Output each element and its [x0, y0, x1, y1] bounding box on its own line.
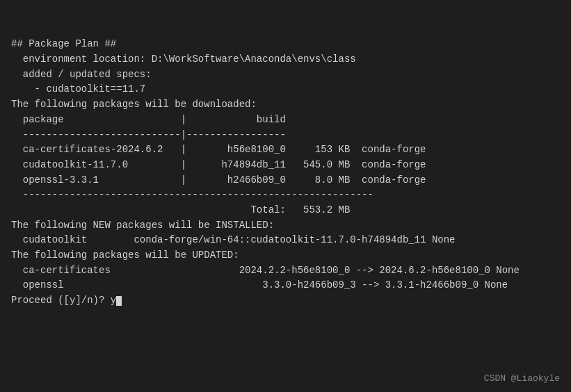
terminal-cursor [116, 296, 122, 306]
terminal-line: environment location: D:\WorkSoftware\An… [11, 52, 560, 67]
terminal-line: ## Package Plan ## [11, 37, 560, 52]
terminal-line: The following packages will be downloade… [11, 97, 560, 113]
terminal-line: The following NEW packages will be INSTA… [11, 218, 560, 234]
terminal-line: - cudatoolkit==11.7 [11, 82, 560, 97]
terminal-line: added / updated specs: [11, 67, 560, 83]
terminal-line: ---------------------------|------------… [11, 128, 560, 143]
terminal-line: ca-certificates-2024.6.2 | h56e8100_0 15… [11, 142, 560, 158]
terminal-line: cudatoolkit conda-forge/win-64::cudatool… [11, 233, 560, 248]
terminal-window: ## Package Plan ## environment location:… [0, 0, 571, 392]
watermark: CSDN @Liaokyle [484, 373, 560, 384]
terminal-line: ----------------------------------------… [11, 188, 560, 203]
terminal-line: package | build [11, 113, 560, 128]
terminal-line: openssl 3.3.0-h2466b09_3 --> 3.3.1-h2466… [11, 278, 560, 293]
terminal-line: Total: 553.2 MB [11, 203, 560, 218]
terminal-line: openssl-3.3.1 | h2466b09_0 8.0 MB conda-… [11, 173, 560, 188]
terminal-line: cudatoolkit-11.7.0 | h74894db_11 545.0 M… [11, 158, 560, 173]
terminal-line: The following packages will be UPDATED: [11, 248, 560, 263]
terminal-line: Proceed ([y]/n)? y [11, 293, 560, 309]
terminal-line: ca-certificates 2024.2.2-h56e8100_0 --> … [11, 263, 560, 279]
terminal-content: ## Package Plan ## environment location:… [11, 37, 560, 308]
